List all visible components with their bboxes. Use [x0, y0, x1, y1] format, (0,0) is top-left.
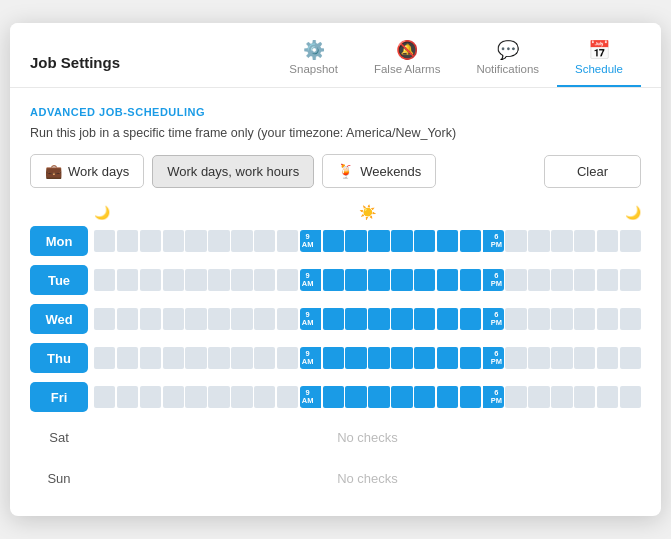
slot-fri-16[interactable]: [460, 386, 481, 408]
slot-tue-6[interactable]: [231, 269, 252, 291]
slot-mon-12[interactable]: [368, 230, 389, 252]
slot-wed-20[interactable]: [551, 308, 572, 330]
slot-wed-18[interactable]: [505, 308, 526, 330]
slot-fri-23[interactable]: [620, 386, 641, 408]
slot-mon-14[interactable]: [414, 230, 435, 252]
slot-tue-5[interactable]: [208, 269, 229, 291]
slot-mon-15[interactable]: [437, 230, 458, 252]
slot-tue-22[interactable]: [597, 269, 618, 291]
slot-wed-0[interactable]: [94, 308, 115, 330]
slot-mon-20[interactable]: [551, 230, 572, 252]
slot-wed-14[interactable]: [414, 308, 435, 330]
slot-fri-1[interactable]: [117, 386, 138, 408]
slot-mon-18[interactable]: [505, 230, 526, 252]
slot-wed-3[interactable]: [163, 308, 184, 330]
slot-wed-2[interactable]: [140, 308, 161, 330]
slot-wed-4[interactable]: [185, 308, 206, 330]
slot-thu-21[interactable]: [574, 347, 595, 369]
slot-fri-19[interactable]: [528, 386, 549, 408]
slot-tue-7[interactable]: [254, 269, 275, 291]
slot-thu-9[interactable]: 9AM: [300, 347, 321, 369]
slot-thu-1[interactable]: [117, 347, 138, 369]
slot-thu-7[interactable]: [254, 347, 275, 369]
slot-wed-12[interactable]: [368, 308, 389, 330]
slot-thu-17[interactable]: 6PM: [483, 347, 504, 369]
slot-wed-5[interactable]: [208, 308, 229, 330]
slot-wed-13[interactable]: [391, 308, 412, 330]
slot-mon-6[interactable]: [231, 230, 252, 252]
slot-mon-8[interactable]: [277, 230, 298, 252]
slot-tue-16[interactable]: [460, 269, 481, 291]
slot-mon-7[interactable]: [254, 230, 275, 252]
slot-wed-21[interactable]: [574, 308, 595, 330]
slot-fri-10[interactable]: [323, 386, 344, 408]
slot-wed-17[interactable]: 6PM: [483, 308, 504, 330]
slot-thu-20[interactable]: [551, 347, 572, 369]
timeline-fri[interactable]: 9AM6PM: [94, 383, 641, 411]
slot-thu-0[interactable]: [94, 347, 115, 369]
slot-fri-22[interactable]: [597, 386, 618, 408]
timeline-tue[interactable]: 9AM6PM: [94, 266, 641, 294]
slot-wed-16[interactable]: [460, 308, 481, 330]
weekends-button[interactable]: 🍹 Weekends: [322, 154, 436, 188]
slot-mon-22[interactable]: [597, 230, 618, 252]
slot-tue-20[interactable]: [551, 269, 572, 291]
slot-thu-11[interactable]: [345, 347, 366, 369]
slot-tue-15[interactable]: [437, 269, 458, 291]
slot-mon-9[interactable]: 9AM: [300, 230, 321, 252]
slot-fri-4[interactable]: [185, 386, 206, 408]
slot-thu-23[interactable]: [620, 347, 641, 369]
tab-false-alarms[interactable]: 🔕 False Alarms: [356, 37, 458, 87]
slot-fri-5[interactable]: [208, 386, 229, 408]
slot-thu-19[interactable]: [528, 347, 549, 369]
slot-mon-11[interactable]: [345, 230, 366, 252]
slot-thu-12[interactable]: [368, 347, 389, 369]
slot-thu-16[interactable]: [460, 347, 481, 369]
slot-fri-18[interactable]: [505, 386, 526, 408]
slot-wed-10[interactable]: [323, 308, 344, 330]
slot-tue-9[interactable]: 9AM: [300, 269, 321, 291]
tab-schedule[interactable]: 📅 Schedule: [557, 37, 641, 87]
slot-wed-19[interactable]: [528, 308, 549, 330]
slot-mon-1[interactable]: [117, 230, 138, 252]
slot-tue-11[interactable]: [345, 269, 366, 291]
slot-mon-0[interactable]: [94, 230, 115, 252]
slot-fri-2[interactable]: [140, 386, 161, 408]
slot-tue-3[interactable]: [163, 269, 184, 291]
slot-wed-22[interactable]: [597, 308, 618, 330]
slot-thu-15[interactable]: [437, 347, 458, 369]
slot-tue-12[interactable]: [368, 269, 389, 291]
slot-tue-18[interactable]: [505, 269, 526, 291]
tab-notifications[interactable]: 💬 Notifications: [458, 37, 557, 87]
slot-wed-9[interactable]: 9AM: [300, 308, 321, 330]
slot-fri-14[interactable]: [414, 386, 435, 408]
slot-fri-7[interactable]: [254, 386, 275, 408]
slot-mon-13[interactable]: [391, 230, 412, 252]
slot-tue-10[interactable]: [323, 269, 344, 291]
workdays-hours-button[interactable]: Work days, work hours: [152, 155, 314, 188]
slot-mon-17[interactable]: 6PM: [483, 230, 504, 252]
slot-mon-3[interactable]: [163, 230, 184, 252]
slot-fri-0[interactable]: [94, 386, 115, 408]
slot-mon-5[interactable]: [208, 230, 229, 252]
slot-mon-2[interactable]: [140, 230, 161, 252]
slot-fri-8[interactable]: [277, 386, 298, 408]
slot-thu-22[interactable]: [597, 347, 618, 369]
slot-thu-3[interactable]: [163, 347, 184, 369]
slot-wed-15[interactable]: [437, 308, 458, 330]
slot-tue-4[interactable]: [185, 269, 206, 291]
slot-mon-21[interactable]: [574, 230, 595, 252]
slot-tue-13[interactable]: [391, 269, 412, 291]
slot-tue-8[interactable]: [277, 269, 298, 291]
slot-mon-16[interactable]: [460, 230, 481, 252]
slot-fri-11[interactable]: [345, 386, 366, 408]
tab-snapshot[interactable]: ⚙️ Snapshot: [271, 37, 356, 87]
slot-fri-21[interactable]: [574, 386, 595, 408]
slot-thu-18[interactable]: [505, 347, 526, 369]
slot-mon-4[interactable]: [185, 230, 206, 252]
slot-mon-23[interactable]: [620, 230, 641, 252]
slot-fri-15[interactable]: [437, 386, 458, 408]
timeline-thu[interactable]: 9AM6PM: [94, 344, 641, 372]
slot-thu-10[interactable]: [323, 347, 344, 369]
slot-fri-3[interactable]: [163, 386, 184, 408]
